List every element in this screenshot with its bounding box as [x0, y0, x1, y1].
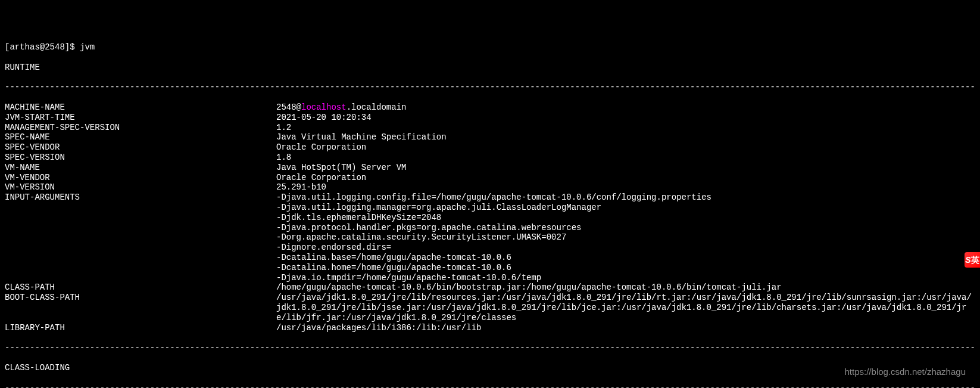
row-label: BOOT-CLASS-PATH: [5, 293, 276, 303]
info-row: LIBRARY-PATH/usr/java/packages/lib/i386:…: [5, 323, 975, 333]
info-row: SPEC-VERSION1.8: [5, 153, 975, 163]
arg-line: -Djava.util.logging.config.file=/home/gu…: [276, 193, 975, 203]
row-label: SPEC-NAME: [5, 132, 276, 142]
hostname-prefix: 2548@: [276, 103, 301, 112]
section-classloading-title: CLASS-LOADING: [5, 363, 975, 373]
row-label: CLASS-PATH: [5, 283, 276, 293]
arg-line: -Dcatalina.base=/home/gugu/apache-tomcat…: [276, 253, 975, 263]
info-row: CLASS-PATH/home/gugu/apache-tomcat-10.0.…: [5, 283, 975, 293]
prompt-prefix: [arthas@2548]$: [5, 42, 80, 52]
row-label: JVM-START-TIME: [5, 113, 276, 123]
divider: ----------------------------------------…: [5, 343, 975, 353]
arg-line: -Djava.util.logging.manager=org.apache.j…: [276, 203, 975, 213]
info-row: VM-NAMEJava HotSpot(TM) Server VM: [5, 163, 975, 173]
info-row: MANAGEMENT-SPEC-VERSION1.2: [5, 123, 975, 133]
row-value: Oracle Corporation: [276, 142, 975, 153]
row-value: 2548@localhost.localdomain: [276, 103, 975, 113]
divider: ----------------------------------------…: [5, 82, 975, 92]
watermark-text: https://blog.csdn.net/zhazhagu: [845, 367, 966, 377]
row-value: 1.8: [276, 153, 975, 163]
row-value: Java Virtual Machine Specification: [276, 132, 975, 142]
row-value: Java HotSpot(TM) Server VM: [276, 163, 975, 173]
arg-line: -Djava.protocol.handler.pkgs=org.apache.…: [276, 223, 975, 233]
info-row: MACHINE-NAME2548@localhost.localdomain: [5, 103, 975, 113]
row-label: INPUT-ARGUMENTS: [5, 193, 276, 203]
info-row: SPEC-VENDOROracle Corporation: [5, 142, 975, 153]
section-runtime-title: RUNTIME: [5, 63, 975, 73]
arg-line: -Dorg.apache.catalina.security.SecurityL…: [276, 232, 975, 243]
row-label: VM-NAME: [5, 163, 276, 173]
row-label: VM-VENDOR: [5, 173, 276, 183]
row-label: LIBRARY-PATH: [5, 323, 276, 333]
info-row: BOOT-CLASS-PATH/usr/java/jdk1.8.0_291/jr…: [5, 293, 975, 322]
command-input[interactable]: jvm: [80, 42, 95, 52]
row-value: /usr/java/packages/lib/i386:/lib:/usr/li…: [276, 323, 975, 333]
divider: ----------------------------------------…: [5, 383, 975, 388]
info-row: VM-VERSION25.291-b10: [5, 182, 975, 193]
arg-line: -Djdk.tls.ephemeralDHKeySize=2048: [276, 213, 975, 223]
info-row: JVM-START-TIME2021-05-20 10:20:34: [5, 113, 975, 123]
hostname-suffix: .localdomain: [347, 103, 407, 112]
row-label: MACHINE-NAME: [5, 103, 276, 113]
row-value: /usr/java/jdk1.8.0_291/jre/lib/resources…: [276, 293, 975, 322]
arg-line: -Dcatalina.home=/home/gugu/apache-tomcat…: [276, 263, 975, 273]
section-runtime-rows: MACHINE-NAME2548@localhost.localdomainJV…: [5, 103, 975, 333]
arg-line: -Djava.io.tmpdir=/home/gugu/apache-tomca…: [276, 273, 975, 283]
info-row: INPUT-ARGUMENTS-Djava.util.logging.confi…: [5, 193, 975, 283]
arg-line: -Dignore.endorsed.dirs=: [276, 243, 975, 253]
hostname-host: localhost: [301, 103, 347, 112]
side-badge-icon[interactable]: S英: [965, 252, 980, 268]
row-label: SPEC-VERSION: [5, 153, 276, 163]
row-value: /home/gugu/apache-tomcat-10.0.6/bin/boot…: [276, 283, 975, 293]
info-row: SPEC-NAMEJava Virtual Machine Specificat…: [5, 132, 975, 142]
row-label: VM-VERSION: [5, 182, 276, 193]
row-value: 2021-05-20 10:20:34: [276, 113, 975, 123]
row-label: MANAGEMENT-SPEC-VERSION: [5, 123, 276, 133]
row-value: 25.291-b10: [276, 182, 975, 193]
row-value: -Djava.util.logging.config.file=/home/gu…: [276, 193, 975, 283]
prompt-line: [arthas@2548]$ jvm: [5, 42, 975, 52]
row-value: Oracle Corporation: [276, 173, 975, 183]
row-value: 1.2: [276, 123, 975, 133]
info-row: VM-VENDOROracle Corporation: [5, 173, 975, 183]
row-label: SPEC-VENDOR: [5, 142, 276, 153]
